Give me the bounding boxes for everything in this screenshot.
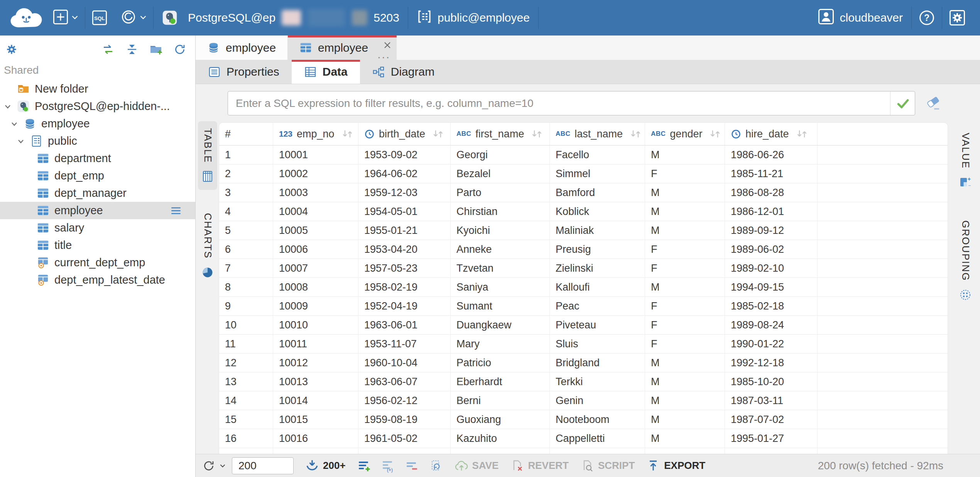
cloudbeaver-logo-icon[interactable] — [6, 5, 46, 30]
tree-item-employee[interactable]: employee — [0, 202, 195, 219]
table-cell[interactable]: Parto — [451, 183, 550, 202]
table-cell[interactable]: 1954-05-01 — [358, 202, 451, 221]
tree-item-dept_emp_latest_date[interactable]: dept_emp_latest_date — [0, 271, 195, 289]
tree-item-public[interactable]: public — [0, 132, 195, 150]
tree-item-current_dept_emp[interactable]: current_dept_emp — [0, 254, 195, 271]
table-cell[interactable]: 1959-08-19 — [358, 410, 451, 429]
table-cell[interactable]: 10013 — [273, 372, 358, 391]
column-header-gender[interactable]: ABCgender — [645, 123, 725, 145]
table-cell[interactable] — [273, 448, 358, 454]
table-cell[interactable]: Duangkaew — [451, 316, 550, 334]
table-cell[interactable]: 1955-01-21 — [358, 221, 451, 240]
table-cell[interactable]: Koblick — [550, 202, 645, 221]
table-cell[interactable]: 1987-07-02 — [725, 410, 818, 429]
table-cell[interactable]: 10001 — [273, 145, 358, 164]
tab-employee-database[interactable]: employee — [196, 36, 288, 60]
table-cell[interactable]: 1989-08-24 — [725, 316, 818, 334]
delete-row-icon[interactable] — [405, 459, 419, 473]
table-cell[interactable]: Eberhardt — [451, 372, 550, 391]
table-cell[interactable]: F — [645, 164, 725, 183]
row-number-cell[interactable]: 8 — [219, 278, 273, 296]
table-cell[interactable]: Piveteau — [550, 316, 645, 334]
table-cell[interactable]: 10014 — [273, 391, 358, 410]
sort-arrows-icon[interactable] — [629, 129, 642, 139]
column-header-hire_date[interactable]: hire_date — [725, 123, 818, 145]
link-with-editor-icon[interactable] — [101, 42, 115, 56]
row-number-cell[interactable]: 6 — [219, 240, 273, 259]
tree-item-dept_manager[interactable]: dept_manager — [0, 184, 195, 202]
table-cell[interactable]: F — [645, 240, 725, 259]
row-number-cell[interactable]: 1 — [219, 145, 273, 164]
sort-arrows-icon[interactable] — [708, 129, 721, 139]
table-cell[interactable] — [645, 448, 725, 454]
row-number-cell[interactable]: 5 — [219, 221, 273, 240]
table-cell[interactable]: Preusig — [550, 240, 645, 259]
table-cell[interactable]: M — [645, 391, 725, 410]
table-cell[interactable]: 1957-05-23 — [358, 259, 451, 277]
export-button[interactable]: EXPORT — [646, 459, 705, 473]
column-header-first_name[interactable]: ABCfirst_name — [451, 123, 550, 145]
table-cell[interactable]: 1992-12-18 — [725, 354, 818, 372]
row-number-cell[interactable]: 10 — [219, 316, 273, 334]
tree-item-postgresql-ep-hidden-[interactable]: PostgreSQL@ep-hidden-... — [0, 98, 195, 115]
row-number-cell[interactable]: 2 — [219, 164, 273, 183]
column-header-birth_date[interactable]: birth_date — [358, 123, 451, 145]
table-cell[interactable]: 1960-10-04 — [358, 354, 451, 372]
sort-arrows-icon[interactable] — [341, 129, 354, 139]
sql-editor-button[interactable]: SQL — [85, 0, 114, 36]
tree-item-new-folder[interactable]: New folder — [0, 80, 195, 98]
table-cell[interactable]: 1961-05-02 — [358, 429, 451, 448]
table-cell[interactable]: M — [645, 410, 725, 429]
table-cell[interactable]: Patricio — [451, 354, 550, 372]
row-number-cell[interactable]: 7 — [219, 259, 273, 277]
table-cell[interactable]: Saniya — [451, 278, 550, 296]
row-number-cell[interactable]: 4 — [219, 202, 273, 221]
table-cell[interactable]: Zielinski — [550, 259, 645, 277]
row-number-cell[interactable]: 15 — [219, 410, 273, 429]
add-row-icon[interactable] — [357, 459, 371, 473]
table-cell[interactable]: Bamford — [550, 183, 645, 202]
table-cell[interactable]: Maliniak — [550, 221, 645, 240]
table-cell[interactable]: Georgi — [451, 145, 550, 164]
table-cell[interactable]: Simmel — [550, 164, 645, 183]
table-cell[interactable]: 1964-06-02 — [358, 164, 451, 183]
row-number-cell[interactable]: 3 — [219, 183, 273, 202]
apply-filter-button[interactable] — [890, 91, 915, 115]
table-cell[interactable]: 1952-04-19 — [358, 297, 451, 315]
revert-button[interactable]: REVERT — [510, 459, 568, 473]
help-button[interactable]: ? — [912, 0, 942, 36]
tab-value-panel[interactable]: VALUE — [956, 126, 975, 196]
chevron-expanded-icon[interactable] — [3, 102, 17, 111]
table-cell[interactable]: 10012 — [273, 354, 358, 372]
table-cell[interactable]: 1989-06-02 — [725, 240, 818, 259]
row-number-cell[interactable]: 9 — [219, 297, 273, 315]
tree-item-employee[interactable]: employee — [0, 115, 195, 132]
table-cell[interactable]: M — [645, 429, 725, 448]
table-cell[interactable]: 10011 — [273, 335, 358, 353]
tab-employee-table[interactable]: employee ... — [288, 36, 397, 60]
table-cell[interactable]: 1990-01-22 — [725, 335, 818, 353]
table-cell[interactable]: M — [645, 372, 725, 391]
table-cell[interactable]: Guoxiang — [451, 410, 550, 429]
table-cell[interactable]: 1956-02-12 — [358, 391, 451, 410]
table-cell[interactable]: Peac — [550, 297, 645, 315]
table-cell[interactable] — [358, 448, 451, 454]
table-cell[interactable]: 10004 — [273, 202, 358, 221]
table-cell[interactable]: 1958-02-19 — [358, 278, 451, 296]
table-cell[interactable]: 1985-11-21 — [725, 164, 818, 183]
table-cell[interactable]: 1963-06-01 — [358, 316, 451, 334]
table-cell[interactable]: 1953-09-02 — [358, 145, 451, 164]
table-cell[interactable]: 10009 — [273, 297, 358, 315]
row-number-cell[interactable]: 16 — [219, 429, 273, 448]
table-cell[interactable]: 1985-02-18 — [725, 297, 818, 315]
table-cell[interactable]: Bezalel — [451, 164, 550, 183]
sort-arrows-icon[interactable] — [795, 129, 808, 139]
row-number-cell[interactable]: 12 — [219, 354, 273, 372]
column-header-emp_no[interactable]: 123emp_no — [273, 123, 358, 145]
table-cell[interactable]: 10016 — [273, 429, 358, 448]
table-cell[interactable] — [451, 448, 550, 454]
table-cell[interactable]: Terkki — [550, 372, 645, 391]
table-cell[interactable]: 10010 — [273, 316, 358, 334]
table-cell[interactable]: Kazuhito — [451, 429, 550, 448]
table-cell[interactable]: 1953-04-20 — [358, 240, 451, 259]
